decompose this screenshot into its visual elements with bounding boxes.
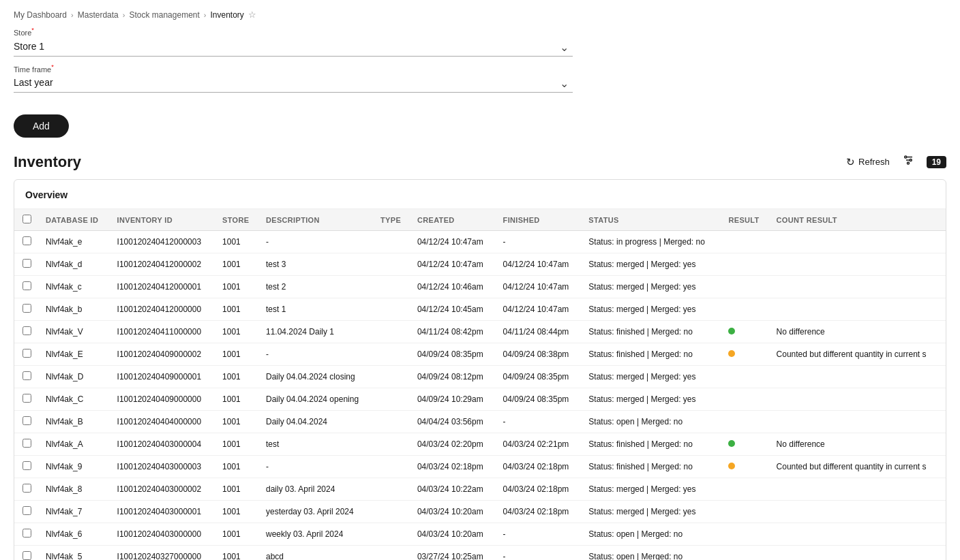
refresh-label: Refresh	[858, 157, 890, 167]
breadcrumb-stock[interactable]: Stock management	[129, 10, 199, 20]
inventory-table-wrapper[interactable]: DATABASE ID INVENTORY ID STORE DESCRIPTI…	[14, 209, 946, 560]
row-result	[721, 366, 769, 388]
row-store: 1001	[215, 478, 259, 501]
row-store: 1001	[215, 366, 259, 388]
row-finished: 04/11/24 08:44pm	[496, 321, 582, 343]
table-row[interactable]: Nlvf4ak_e I100120240412000003 1001 - 04/…	[14, 231, 946, 253]
row-checkbox-cell[interactable]	[14, 253, 39, 276]
row-checkbox[interactable]	[22, 484, 31, 493]
select-all-checkbox[interactable]	[22, 215, 31, 223]
row-checkbox[interactable]	[22, 506, 31, 515]
row-type	[374, 523, 410, 546]
row-checkbox[interactable]	[22, 281, 31, 290]
table-row[interactable]: Nlvf4ak_8 I100120240403000002 1001 daily…	[14, 478, 946, 501]
row-finished: 04/03/24 02:21pm	[496, 433, 582, 456]
row-inv-id: I100120240409000002	[110, 343, 215, 366]
svg-point-3	[904, 156, 906, 158]
row-checkbox-cell[interactable]	[14, 231, 39, 253]
row-checkbox-cell[interactable]	[14, 321, 39, 343]
row-db-id: Nlvf4ak_e	[39, 231, 110, 253]
row-type	[374, 456, 410, 478]
row-checkbox[interactable]	[22, 416, 31, 425]
row-checkbox-cell[interactable]	[14, 388, 39, 411]
row-checkbox[interactable]	[22, 349, 31, 358]
row-status: Status: merged | Merged: yes	[582, 478, 721, 501]
table-row[interactable]: Nlvf4ak_D I100120240409000001 1001 Daily…	[14, 366, 946, 388]
row-created: 04/12/24 10:47am	[410, 231, 496, 253]
row-finished: 04/09/24 08:38pm	[496, 343, 582, 366]
row-count-result	[770, 411, 946, 433]
table-row[interactable]: Nlvf4ak_c I100120240412000001 1001 test …	[14, 276, 946, 298]
row-checkbox[interactable]	[22, 259, 31, 268]
overview-card: Overview DATABASE ID INVENTORY ID STORE …	[14, 179, 946, 560]
add-button[interactable]: Add	[14, 114, 69, 138]
row-finished: 04/03/24 02:18pm	[496, 478, 582, 501]
table-row[interactable]: Nlvf4ak_9 I100120240403000003 1001 - 04/…	[14, 456, 946, 478]
row-checkbox-cell[interactable]	[14, 411, 39, 433]
row-checkbox[interactable]	[22, 371, 31, 380]
table-row[interactable]: Nlvf4ak_C I100120240409000000 1001 Daily…	[14, 388, 946, 411]
refresh-button[interactable]: ↻ Refresh	[846, 156, 890, 168]
row-checkbox[interactable]	[22, 551, 31, 560]
row-db-id: Nlvf4ak_7	[39, 501, 110, 523]
row-type	[374, 546, 410, 560]
row-checkbox-cell[interactable]	[14, 276, 39, 298]
row-checkbox[interactable]	[22, 529, 31, 538]
row-finished: 04/03/24 02:18pm	[496, 501, 582, 523]
row-checkbox-cell[interactable]	[14, 366, 39, 388]
row-type	[374, 478, 410, 501]
table-row[interactable]: Nlvf4ak_E I100120240409000002 1001 - 04/…	[14, 343, 946, 366]
row-result	[721, 433, 769, 456]
row-finished: 04/03/24 02:18pm	[496, 456, 582, 478]
row-desc: daily 03. April 2024	[259, 478, 374, 501]
row-checkbox-cell[interactable]	[14, 343, 39, 366]
table-row[interactable]: Nlvf4ak_B I100120240404000000 1001 Daily…	[14, 411, 946, 433]
breadcrumb-dashboard[interactable]: My Dashboard	[14, 10, 67, 20]
row-checkbox-cell[interactable]	[14, 523, 39, 546]
favorite-star-icon[interactable]: ☆	[248, 10, 256, 20]
table-row[interactable]: Nlvf4ak_6 I100120240403000000 1001 weekl…	[14, 523, 946, 546]
row-inv-id: I100120240403000003	[110, 456, 215, 478]
store-label: Store*	[14, 27, 573, 37]
table-row[interactable]: Nlvf4ak_V I100120240411000000 1001 11.04…	[14, 321, 946, 343]
row-db-id: Nlvf4ak_B	[39, 411, 110, 433]
row-db-id: Nlvf4ak_D	[39, 366, 110, 388]
row-checkbox-cell[interactable]	[14, 546, 39, 560]
row-checkbox-cell[interactable]	[14, 433, 39, 456]
row-count-result: No difference	[770, 433, 946, 456]
row-count-result	[770, 501, 946, 523]
row-checkbox[interactable]	[22, 394, 31, 403]
row-store: 1001	[215, 523, 259, 546]
row-checkbox[interactable]	[22, 304, 31, 313]
row-checkbox[interactable]	[22, 461, 31, 470]
row-result	[721, 276, 769, 298]
row-count-result	[770, 546, 946, 560]
row-checkbox-cell[interactable]	[14, 478, 39, 501]
row-type	[374, 343, 410, 366]
filter-form: Store* Store 1 Time frame* Last year	[0, 27, 586, 110]
row-db-id: Nlvf4ak_8	[39, 478, 110, 501]
refresh-icon: ↻	[846, 156, 855, 168]
timeframe-select[interactable]: Last year	[14, 74, 573, 93]
select-all-header[interactable]	[14, 209, 39, 231]
svg-point-4	[910, 159, 912, 161]
row-checkbox-cell[interactable]	[14, 298, 39, 321]
table-row[interactable]: Nlvf4ak_7 I100120240403000001 1001 yeste…	[14, 501, 946, 523]
row-checkbox-cell[interactable]	[14, 501, 39, 523]
row-checkbox[interactable]	[22, 326, 31, 335]
row-checkbox-cell[interactable]	[14, 456, 39, 478]
breadcrumb-masterdata[interactable]: Masterdata	[78, 10, 119, 20]
table-row[interactable]: Nlvf4ak_5 I100120240327000000 1001 abcd …	[14, 546, 946, 560]
row-checkbox[interactable]	[22, 236, 31, 245]
table-row[interactable]: Nlvf4ak_A I100120240403000004 1001 test …	[14, 433, 946, 456]
store-select[interactable]: Store 1	[14, 38, 573, 57]
filter-button[interactable]	[899, 153, 917, 171]
row-checkbox[interactable]	[22, 439, 31, 448]
row-result	[721, 388, 769, 411]
overview-title: Overview	[14, 180, 946, 209]
row-inv-id: I100120240412000003	[110, 231, 215, 253]
row-count-result: Counted but different quantity in curren…	[770, 456, 946, 478]
table-row[interactable]: Nlvf4ak_b I100120240412000000 1001 test …	[14, 298, 946, 321]
row-store: 1001	[215, 433, 259, 456]
table-row[interactable]: Nlvf4ak_d I100120240412000002 1001 test …	[14, 253, 946, 276]
